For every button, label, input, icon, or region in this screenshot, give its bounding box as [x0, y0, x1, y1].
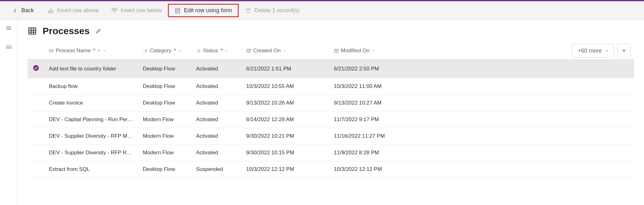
row-select-cell[interactable]	[28, 95, 44, 111]
cell-modified-on[interactable]: 11/7/2022 9:17 PM	[330, 111, 417, 128]
column-header-status[interactable]: Status*	[196, 48, 228, 54]
cell-process-name[interactable]: DEV - Capital Planning - Run Period	[44, 111, 138, 128]
cell-created-on[interactable]: 10/3/2022 12:12 PM	[242, 161, 330, 178]
chevron-down-icon	[371, 49, 375, 53]
row-filler	[417, 145, 634, 161]
svg-text:Abc: Abc	[7, 46, 11, 48]
rail-hamburger-button[interactable]	[3, 23, 15, 33]
insert-row-below-button[interactable]: Insert row below	[105, 4, 168, 17]
svg-rect-21	[29, 28, 36, 34]
column-label: Created On	[253, 48, 281, 54]
add-column-button[interactable]	[617, 44, 631, 58]
table-row[interactable]: Add text file to country folderDesktop F…	[28, 59, 634, 78]
edit-row-using-form-button[interactable]: Edit row using form	[168, 4, 239, 17]
row-select-cell[interactable]	[28, 111, 44, 128]
column-header-process-name[interactable]: Abc Process Name*	[49, 48, 106, 54]
row-filler	[417, 59, 634, 78]
row-select-cell[interactable]	[28, 78, 44, 95]
insert-row-above-button[interactable]: Insert row above	[41, 4, 105, 17]
cell-category[interactable]: Desktop Flow	[138, 78, 192, 95]
table-row[interactable]: Extract from SQLDesktop FlowSuspended10/…	[28, 161, 634, 178]
cell-category[interactable]: Modern Flow	[138, 128, 192, 145]
cell-process-name[interactable]: Create invoice	[44, 95, 138, 111]
cell-process-name[interactable]: DEV - Supplier Diversity - RFP Ma...	[44, 128, 138, 145]
grid-actions: +60 more	[572, 44, 631, 58]
cell-status[interactable]: Activated	[192, 59, 242, 78]
back-button[interactable]: Back	[6, 4, 40, 17]
cell-created-on[interactable]: 6/14/2022 12:28 AM	[242, 111, 330, 128]
row-select-cell[interactable]	[28, 161, 44, 178]
column-label: Process Name	[56, 48, 91, 54]
cell-modified-on[interactable]: 10/3/2022 11:00 AM	[330, 78, 417, 95]
command-bar: Back Insert row above Insert row below E…	[0, 1, 644, 20]
insert-row-below-icon	[111, 8, 117, 14]
cell-modified-on[interactable]: 11/9/2022 8:28 PM	[330, 145, 417, 161]
cell-category[interactable]: Desktop Flow	[138, 161, 192, 178]
cell-process-name[interactable]: DEV - Supplier Diversity - RFP Res...	[44, 145, 138, 161]
chevron-down-icon	[225, 49, 228, 53]
back-label: Back	[21, 7, 34, 14]
row-select-cell[interactable]	[28, 145, 44, 161]
cell-created-on[interactable]: 10/3/2022 10:55 AM	[242, 78, 330, 95]
cell-category[interactable]: Desktop Flow	[138, 59, 192, 78]
more-columns-button[interactable]: +60 more	[572, 44, 614, 58]
column-header-category[interactable]: Category*	[143, 48, 182, 54]
optionset-icon	[196, 48, 201, 53]
cell-created-on[interactable]: 9/30/2022 10:15 PM	[242, 145, 330, 161]
chevron-down-icon	[178, 49, 182, 53]
column-label: Status	[203, 48, 218, 54]
cell-created-on[interactable]: 9/13/2022 10:26 AM	[242, 95, 330, 111]
content-area: Processes +60 more Abc Proc	[18, 20, 644, 205]
cell-status[interactable]: Activated	[192, 145, 242, 161]
abc-field-icon: Abc	[6, 44, 12, 50]
cell-modified-on[interactable]: 10/3/2022 12:12 PM	[330, 161, 417, 178]
calendar-icon: 21	[246, 48, 251, 53]
rail-abc-button[interactable]: Abc	[3, 42, 15, 52]
insert-above-label: Insert row above	[57, 7, 99, 14]
table-row[interactable]: Create invoiceDesktop FlowActivated9/13/…	[28, 95, 634, 111]
column-header-created-on[interactable]: 21 Created On	[246, 48, 286, 54]
cell-modified-on[interactable]: 6/21/2022 2:50 PM	[330, 59, 417, 78]
table-row[interactable]: DEV - Supplier Diversity - RFP Res...Mod…	[28, 145, 634, 161]
page-title: Processes	[43, 26, 90, 36]
text-field-icon: Abc	[49, 48, 54, 53]
trash-icon	[245, 8, 251, 14]
row-filler	[417, 128, 634, 145]
optionset-icon	[143, 48, 148, 53]
left-rail: Abc	[0, 20, 18, 205]
table-row[interactable]: DEV - Capital Planning - Run PeriodModer…	[28, 111, 634, 128]
cell-created-on[interactable]: 9/30/2022 10:21 PM	[242, 128, 330, 145]
svg-point-52	[33, 65, 39, 71]
delete-records-button[interactable]: Delete 1 record(s)	[239, 4, 306, 17]
cell-status[interactable]: Activated	[192, 95, 242, 111]
cell-process-name[interactable]: Backup flow	[44, 78, 138, 95]
chevron-down-icon	[605, 49, 609, 53]
cell-status[interactable]: Activated	[192, 111, 242, 128]
form-icon	[174, 8, 181, 14]
delete-label: Delete 1 record(s)	[254, 7, 299, 14]
sort-asc-icon	[97, 49, 101, 53]
cell-category[interactable]: Modern Flow	[138, 145, 192, 161]
cell-modified-on[interactable]: 11/16/2022 11:27 PM	[330, 128, 417, 145]
table-row[interactable]: DEV - Supplier Diversity - RFP Ma...Mode…	[28, 128, 634, 145]
header-row: Abc Process Name* Category*	[28, 43, 634, 59]
cell-category[interactable]: Modern Flow	[138, 111, 192, 128]
table-row[interactable]: Backup flowDesktop FlowActivated10/3/202…	[28, 78, 634, 95]
cell-modified-on[interactable]: 9/13/2022 10:27 AM	[330, 95, 417, 111]
cell-process-name[interactable]: Add text file to country folder	[44, 59, 138, 78]
cell-status[interactable]: Activated	[192, 128, 242, 145]
required-indicator: *	[93, 48, 95, 54]
row-select-cell[interactable]	[28, 128, 44, 145]
column-header-modified-on[interactable]: 21 Modified On	[334, 48, 375, 54]
cell-status[interactable]: Activated	[192, 78, 242, 95]
grid-wrapper: +60 more Abc Process Name*	[28, 43, 634, 178]
row-filler	[417, 95, 634, 111]
cell-process-name[interactable]: Extract from SQL	[44, 161, 138, 178]
chevron-down-icon	[103, 49, 106, 53]
cell-status[interactable]: Suspended	[192, 161, 242, 178]
row-select-cell[interactable]	[28, 59, 44, 78]
cell-category[interactable]: Desktop Flow	[138, 95, 192, 111]
cell-created-on[interactable]: 6/21/2022 1:51 PM	[242, 59, 330, 78]
select-all-header[interactable]	[28, 43, 44, 59]
edit-title-icon[interactable]	[95, 28, 101, 34]
